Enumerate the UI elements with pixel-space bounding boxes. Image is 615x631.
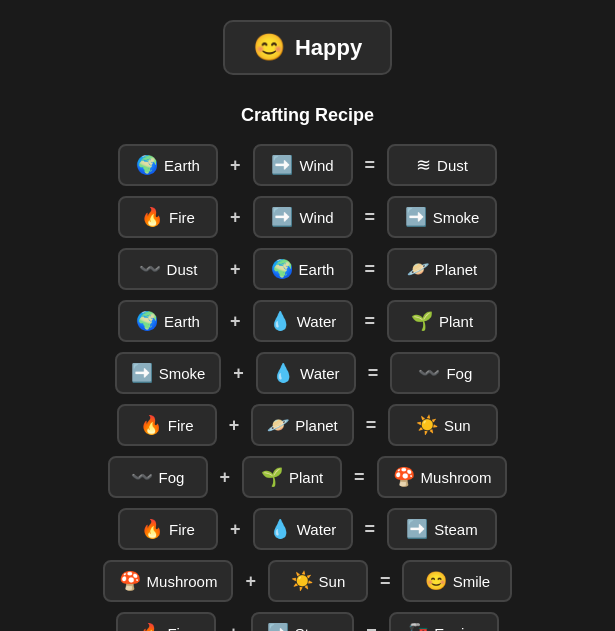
ingredient-1[interactable]: 〰️Dust: [118, 248, 218, 290]
plus-operator: +: [216, 467, 235, 488]
ingredient-2[interactable]: 💧Water: [253, 300, 353, 342]
ingredient-1-label: Fire: [167, 625, 193, 632]
recipe-row: 🌍Earth+💧Water=🌱Plant: [118, 300, 497, 342]
ingredient-2[interactable]: 💧Water: [253, 508, 353, 550]
ingredient-2[interactable]: ➡️Wind: [253, 144, 353, 186]
recipe-row: 🌍Earth+➡️Wind=≋Dust: [118, 144, 497, 186]
ingredient-1-label: Earth: [164, 157, 200, 174]
result-icon: ☀️: [416, 414, 438, 436]
equals-operator: =: [362, 415, 381, 436]
ingredient-2-label: Water: [300, 365, 339, 382]
result-label: Mushroom: [421, 469, 492, 486]
result-item[interactable]: ➡️Smoke: [387, 196, 497, 238]
equals-operator: =: [362, 623, 381, 632]
ingredient-2-icon: ☀️: [291, 570, 313, 592]
plus-operator: +: [226, 259, 245, 280]
result-icon: 🪐: [407, 258, 429, 280]
recipe-row: 〰️Dust+🌍Earth=🪐Planet: [118, 248, 497, 290]
result-label: Steam: [434, 521, 477, 538]
result-label: Fog: [446, 365, 472, 382]
ingredient-1-label: Mushroom: [147, 573, 218, 590]
ingredient-2-icon: 🪐: [267, 414, 289, 436]
recipe-row: 🔥Fire+🪐Planet=☀️Sun: [117, 404, 499, 446]
ingredient-1-icon: 🔥: [139, 622, 161, 631]
ingredient-1[interactable]: 〰️Fog: [108, 456, 208, 498]
plus-operator: +: [226, 207, 245, 228]
plus-operator: +: [224, 623, 243, 632]
ingredient-1[interactable]: 🔥Fire: [118, 508, 218, 550]
ingredient-2-label: Steam: [295, 625, 338, 632]
result-icon: 🍄: [393, 466, 415, 488]
ingredient-1-icon: 🔥: [140, 414, 162, 436]
ingredient-2[interactable]: ➡️Wind: [253, 196, 353, 238]
recipe-row: 🔥Fire+💧Water=➡️Steam: [118, 508, 497, 550]
result-item[interactable]: 🪐Planet: [387, 248, 497, 290]
ingredient-2[interactable]: 🪐Planet: [251, 404, 354, 446]
ingredient-2[interactable]: 🌍Earth: [253, 248, 353, 290]
ingredient-1-label: Smoke: [159, 365, 206, 382]
plus-operator: +: [226, 311, 245, 332]
ingredient-1-label: Earth: [164, 313, 200, 330]
ingredient-1-icon: 🌍: [136, 154, 158, 176]
ingredient-1[interactable]: 🌍Earth: [118, 144, 218, 186]
result-label: Sun: [444, 417, 471, 434]
ingredient-1-icon: 🔥: [141, 518, 163, 540]
ingredient-2-label: Wind: [299, 209, 333, 226]
recipe-row: 〰️Fog+🌱Plant=🍄Mushroom: [108, 456, 508, 498]
result-item[interactable]: 🍄Mushroom: [377, 456, 508, 498]
ingredient-2-label: Water: [297, 313, 336, 330]
ingredient-1[interactable]: 🌍Earth: [118, 300, 218, 342]
happy-badge: 😊 Happy: [223, 20, 392, 75]
ingredient-1[interactable]: 🍄Mushroom: [103, 560, 234, 602]
ingredient-1[interactable]: ➡️Smoke: [115, 352, 222, 394]
ingredient-2-icon: ➡️: [267, 622, 289, 631]
ingredient-2[interactable]: 🌱Plant: [242, 456, 342, 498]
ingredient-2[interactable]: 💧Water: [256, 352, 356, 394]
ingredient-2[interactable]: ➡️Steam: [251, 612, 354, 631]
result-item[interactable]: ☀️Sun: [388, 404, 498, 446]
ingredient-2-label: Wind: [299, 157, 333, 174]
ingredient-1-icon: 🔥: [141, 206, 163, 228]
result-item[interactable]: 〰️Fog: [390, 352, 500, 394]
ingredient-2-icon: 💧: [269, 310, 291, 332]
recipe-row: 🔥Fire+➡️Steam=🚂Engine: [116, 612, 498, 631]
result-icon: ➡️: [406, 518, 428, 540]
result-label: Smile: [453, 573, 491, 590]
equals-operator: =: [376, 571, 395, 592]
section-title: Crafting Recipe: [241, 105, 374, 126]
ingredient-1[interactable]: 🔥Fire: [118, 196, 218, 238]
ingredient-2-label: Plant: [289, 469, 323, 486]
result-icon: 〰️: [418, 362, 440, 384]
ingredient-2-icon: 💧: [269, 518, 291, 540]
equals-operator: =: [364, 363, 383, 384]
result-item[interactable]: 😊Smile: [402, 560, 512, 602]
ingredient-2-label: Sun: [319, 573, 346, 590]
ingredient-2-label: Water: [297, 521, 336, 538]
ingredient-2-icon: ➡️: [271, 154, 293, 176]
plus-operator: +: [226, 519, 245, 540]
result-label: Engine: [434, 625, 481, 632]
ingredient-1[interactable]: 🔥Fire: [116, 612, 216, 631]
result-icon: ➡️: [405, 206, 427, 228]
equals-operator: =: [350, 467, 369, 488]
equals-operator: =: [361, 519, 380, 540]
result-item[interactable]: 🌱Plant: [387, 300, 497, 342]
ingredient-2-icon: ➡️: [271, 206, 293, 228]
ingredient-2-icon: 🌱: [261, 466, 283, 488]
ingredient-1-icon: 〰️: [139, 258, 161, 280]
result-icon: 🌱: [411, 310, 433, 332]
recipes-container: 🌍Earth+➡️Wind=≋Dust🔥Fire+➡️Wind=➡️Smoke〰…: [0, 144, 615, 631]
ingredient-1-label: Fog: [159, 469, 185, 486]
ingredient-2[interactable]: ☀️Sun: [268, 560, 368, 602]
ingredient-2-icon: 🌍: [271, 258, 293, 280]
ingredient-2-label: Planet: [295, 417, 338, 434]
ingredient-1[interactable]: 🔥Fire: [117, 404, 217, 446]
recipe-row: ➡️Smoke+💧Water=〰️Fog: [115, 352, 501, 394]
result-item[interactable]: ≋Dust: [387, 144, 497, 186]
recipe-row: 🔥Fire+➡️Wind=➡️Smoke: [118, 196, 497, 238]
ingredient-1-icon: ➡️: [131, 362, 153, 384]
happy-emoji: 😊: [253, 32, 285, 63]
result-item[interactable]: 🚂Engine: [389, 612, 499, 631]
result-item[interactable]: ➡️Steam: [387, 508, 497, 550]
plus-operator: +: [225, 415, 244, 436]
